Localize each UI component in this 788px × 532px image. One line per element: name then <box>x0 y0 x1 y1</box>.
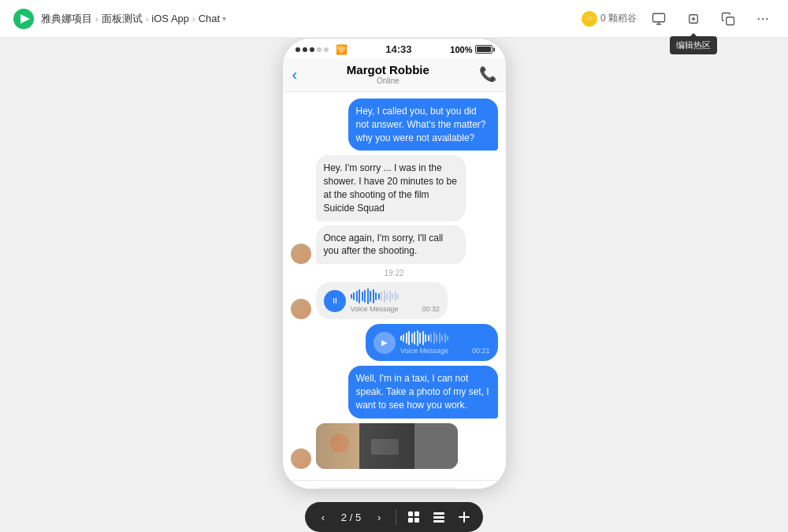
time-separator: 19:22 <box>291 269 498 277</box>
message-bubble-in: Hey. I'm sorry ... I was in the shower. … <box>316 155 466 221</box>
nav-right-actions: 🪙 0 颗稻谷 编辑热区 <box>582 6 775 32</box>
more-button[interactable] <box>750 6 775 32</box>
chevron-down-icon: ▾ <box>222 14 226 23</box>
breadcrumb-sep-1: › <box>95 14 98 24</box>
svg-rect-22 <box>459 516 470 518</box>
avatar <box>291 244 311 264</box>
pause-icon: ⏸ <box>331 296 339 305</box>
voice-label: Voice Message <box>400 347 448 355</box>
voice-duration: 00:32 <box>422 305 440 313</box>
svg-rect-20 <box>433 520 444 523</box>
message-row: ⏸ <box>291 282 498 319</box>
attach-icon[interactable]: 📎 <box>291 489 307 489</box>
message-row: Hey, I called you, but you did not answe… <box>291 99 498 151</box>
signal-dot-3 <box>310 47 314 52</box>
image-overlay <box>316 423 458 469</box>
breadcrumb: 雅典娜项目 › 面板测试 › iOS App › Chat ▾ <box>41 12 226 26</box>
svg-rect-19 <box>433 516 444 519</box>
breadcrumb-current-label: Chat <box>199 13 220 24</box>
main-content: 🛜 14:33 100% ‹ Margot Robbie Online 📞 <box>0 38 788 532</box>
waveform <box>351 288 440 304</box>
copy-button[interactable] <box>716 6 741 32</box>
battery-bar <box>475 45 492 54</box>
avatar-image <box>291 448 311 469</box>
svg-point-5 <box>758 17 760 19</box>
battery-fill <box>477 47 491 52</box>
breadcrumb-item-3[interactable]: iOS App <box>151 13 189 24</box>
message-row: ▶ <box>291 324 498 361</box>
breadcrumb-item-1[interactable]: 雅典娜项目 <box>41 12 92 26</box>
avatar <box>291 299 311 319</box>
voice-duration: 00:21 <box>472 347 490 355</box>
call-button[interactable]: 📞 <box>479 65 496 83</box>
message-bubble-out: Well, I'm in a taxi, I can not speak. Ta… <box>348 366 498 418</box>
svg-rect-4 <box>727 17 734 24</box>
chat-header: ‹ Margot Robbie Online 📞 <box>283 58 506 92</box>
signal-dot-1 <box>296 47 300 52</box>
svg-rect-2 <box>653 13 665 22</box>
breadcrumb-sep-3: › <box>192 14 195 24</box>
edit-hotspot-button[interactable]: 编辑热区 <box>681 6 706 32</box>
voice-info: Voice Message 00:21 <box>400 330 490 355</box>
svg-rect-15 <box>414 512 419 516</box>
play-button[interactable]: ▶ <box>374 332 396 354</box>
coins-button[interactable]: 🪙 0 颗稻谷 <box>582 11 637 27</box>
signal-dot-4 <box>317 47 322 52</box>
signal-dot-5 <box>324 47 329 52</box>
app-logo <box>13 8 35 30</box>
voice-message-outgoing[interactable]: ▶ <box>366 324 498 361</box>
battery-indicator: 100% <box>450 45 492 54</box>
phone-mockup: 🛜 14:33 100% ‹ Margot Robbie Online 📞 <box>282 38 507 489</box>
breadcrumb-item-2[interactable]: 面板测试 <box>102 12 143 26</box>
back-button[interactable]: ‹ <box>292 65 298 84</box>
status-time: 14:33 <box>385 43 411 55</box>
list-view-button[interactable] <box>428 507 450 527</box>
breadcrumb-current[interactable]: Chat ▾ <box>199 13 226 24</box>
input-bar: 📎 🙂 🎤 <box>283 480 506 489</box>
svg-rect-16 <box>408 518 413 523</box>
message-row: Hey. I'm sorry ... I was in the shower. … <box>291 155 498 264</box>
voice-info: Voice Message 00:32 <box>351 288 440 313</box>
status-bar: 🛜 14:33 100% <box>283 39 506 58</box>
breadcrumb-sep-2: › <box>146 14 149 24</box>
voice-message-incoming[interactable]: ⏸ <box>316 282 448 319</box>
image-message <box>316 423 458 469</box>
pagination-divider <box>396 509 396 525</box>
top-nav: 雅典娜项目 › 面板测试 › iOS App › Chat ▾ 🪙 0 颗稻谷 <box>0 0 788 38</box>
chat-online-status: Online <box>297 76 478 85</box>
image-placeholder <box>316 423 458 469</box>
avatar <box>291 448 311 469</box>
waveform <box>400 330 490 346</box>
pagination-bar: ‹ 2 / 5 › <box>305 502 483 532</box>
monitor-button[interactable] <box>646 6 671 32</box>
add-screen-button[interactable] <box>453 507 475 527</box>
grid-view-button[interactable] <box>403 507 425 527</box>
chat-contact-name: Margot Robbie <box>297 63 478 76</box>
chat-title-area: Margot Robbie Online <box>297 63 478 85</box>
signal-dot-2 <box>303 47 307 52</box>
pause-button[interactable]: ⏸ <box>324 290 346 312</box>
coin-icon: 🪙 <box>582 11 597 27</box>
next-page-button[interactable]: › <box>369 507 389 527</box>
prev-page-button[interactable]: ‹ <box>313 507 333 527</box>
wifi-icon: 🛜 <box>336 44 348 55</box>
message-input[interactable] <box>311 487 462 489</box>
svg-rect-17 <box>414 518 419 523</box>
svg-point-6 <box>762 17 764 19</box>
avatar-image <box>291 299 311 319</box>
message-row: Well, I'm in a taxi, I can not speak. Ta… <box>291 366 498 418</box>
svg-point-7 <box>766 17 768 19</box>
svg-rect-14 <box>408 512 413 516</box>
svg-rect-18 <box>433 512 444 515</box>
message-row <box>291 423 498 469</box>
voice-label: Voice Message <box>351 305 399 313</box>
avatar-image <box>291 244 311 264</box>
messages-area: Hey, I called you, but you did not answe… <box>283 92 506 480</box>
message-bubble-in: Once again, I'm sorry, I'll call you aft… <box>316 225 466 265</box>
coins-label: 0 颗稻谷 <box>600 12 637 25</box>
battery-percentage: 100% <box>450 45 472 54</box>
page-indicator: 2 / 5 <box>336 512 366 523</box>
signal-indicator: 🛜 <box>296 44 348 55</box>
message-bubble-out: Hey, I called you, but you did not answe… <box>348 99 498 151</box>
play-icon: ▶ <box>381 338 388 347</box>
